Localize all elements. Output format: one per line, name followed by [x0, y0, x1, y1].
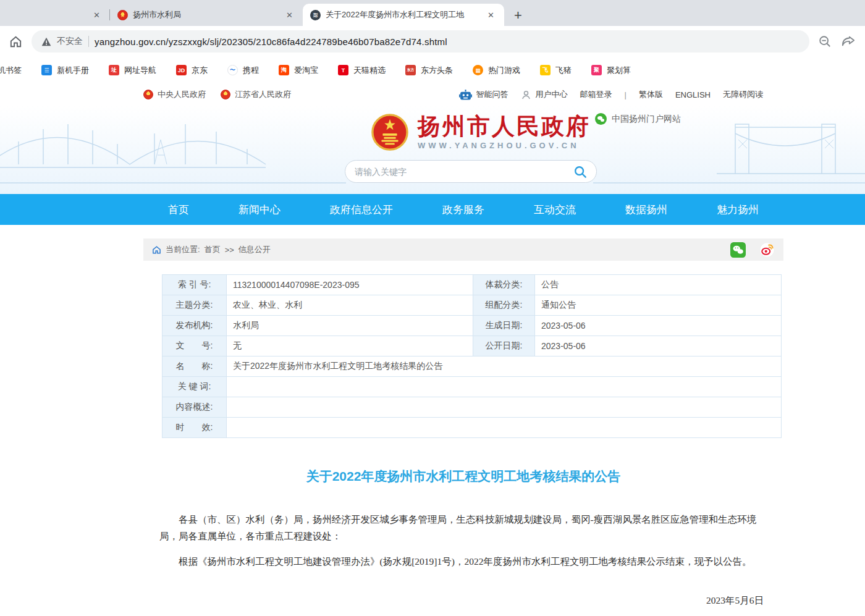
zoom-out-icon[interactable]: [818, 35, 832, 48]
browser-tab-active[interactable]: ≋ 关于2022年度扬州市水利工程文明工地 ✕: [303, 4, 504, 26]
share-weibo-icon[interactable]: [759, 242, 775, 258]
nav-item-0[interactable]: 首页: [168, 203, 189, 217]
meta-value: 水利局: [227, 316, 473, 336]
breadcrumb-home-link[interactable]: 首页: [205, 244, 221, 255]
english-link[interactable]: ENGLISH: [675, 90, 711, 99]
bookmark-item[interactable]: 机书签: [0, 65, 22, 76]
accessibility-link[interactable]: 无障碍阅读: [723, 89, 763, 100]
nav-item-5[interactable]: 数据扬州: [625, 203, 667, 217]
fliggy-icon: 飞: [540, 65, 551, 75]
content-area: 当前位置: 首页 >> 信息公开 索 引 号:11321000014407098…: [143, 238, 783, 616]
juhuasuan-icon: 聚: [591, 65, 602, 75]
user-icon: [521, 90, 531, 100]
table-row: 名 称:关于2022年度扬州市水利工程文明工地考核结果的公告: [162, 357, 782, 377]
meta-value: [227, 397, 782, 418]
search-input[interactable]: [355, 167, 573, 177]
gov-portal-link[interactable]: 江苏省人民政府: [221, 89, 291, 100]
address-divider: [88, 36, 89, 47]
bookmark-label: 网址导航: [124, 65, 156, 76]
address-bar[interactable]: 不安全 yangzhou.gov.cn/yzszxxgk/slj/202305/…: [32, 30, 809, 53]
user-center-label: 用户中心: [536, 89, 568, 100]
bookmark-item[interactable]: 聚聚划算: [591, 65, 631, 76]
breadcrumb-separator: >>: [225, 245, 234, 255]
meta-label: 组配分类:: [473, 295, 535, 316]
nav-item-1[interactable]: 新闻中心: [238, 203, 281, 217]
user-center-link[interactable]: 用户中心: [521, 89, 568, 100]
tab-strip: ✕ ★ 扬州市水利局 ✕ ≋ 关于2022年度扬州市水利工程文明工地 ✕ +: [0, 0, 865, 26]
bookmark-item[interactable]: ▦热门游戏: [473, 65, 520, 76]
search-icon[interactable]: [573, 165, 587, 179]
bookmark-label: 热门游戏: [488, 65, 520, 76]
portal-link[interactable]: 中国扬州门户网站: [595, 113, 681, 125]
browser-tab-2[interactable]: ★ 扬州市水利局 ✕: [110, 4, 303, 26]
tab-title: 扬州市水利局: [133, 9, 279, 20]
bookmark-label: 京东: [192, 65, 208, 76]
nav-site-icon: 址: [109, 65, 119, 75]
table-row: 关 键 词:: [162, 377, 782, 397]
site-title: 扬州市人民政府: [418, 114, 591, 140]
meta-value: 2023-05-06: [535, 316, 782, 336]
url-text[interactable]: yangzhou.gov.cn/yzszxxgk/slj/202305/210c…: [95, 36, 447, 47]
breadcrumb: 当前位置: 首页 >> 信息公开: [143, 238, 783, 261]
mail-login-link[interactable]: 邮箱登录: [580, 89, 612, 100]
article-paragraph-1: 各县（市、区）水利（务）局，扬州经济开发区城乡事务管理局，生态科技新城规划建设局…: [159, 511, 769, 544]
gov-portal-link[interactable]: 中央人民政府: [143, 89, 206, 100]
bookmark-item[interactable]: 飞飞猪: [540, 65, 572, 76]
smart-qa-link[interactable]: 智能问答: [459, 89, 508, 100]
breadcrumb-home-icon[interactable]: [152, 245, 161, 255]
nav-item-4[interactable]: 互动交流: [534, 203, 576, 217]
traditional-link[interactable]: 繁体版: [639, 89, 663, 100]
meta-label: 内容概述:: [162, 397, 227, 418]
nav-item-6[interactable]: 魅力扬州: [717, 203, 759, 217]
tab-close-icon[interactable]: ✕: [485, 9, 497, 21]
bookmark-label: 新机手册: [57, 65, 89, 76]
bookmark-item[interactable]: JD京东: [176, 65, 208, 76]
meta-label: 公开日期:: [473, 336, 535, 357]
bookmark-item[interactable]: T天猫精选: [338, 65, 386, 76]
national-emblem-icon: [143, 90, 153, 99]
main-navigation: 首页新闻中心政府信息公开政务服务互动交流数据扬州魅力扬州: [0, 194, 865, 225]
table-row: 文 号:无公开日期:2023-05-06: [162, 336, 782, 357]
robot-icon: [459, 90, 472, 100]
table-row: 内容概述:: [162, 397, 782, 418]
article-date: 2023年5月6日: [143, 594, 764, 607]
meta-value: 关于2022年度扬州市水利工程文明工地考核结果的公告: [227, 357, 782, 377]
bookmark-item[interactable]: ☰新机手册: [41, 65, 89, 76]
utility-separator: |: [625, 90, 627, 99]
nav-item-3[interactable]: 政务服务: [442, 203, 484, 217]
utility-bar: 中央人民政府江苏省人民政府 智能问答 用户中心 邮箱登录 | 繁体版 ENGLI…: [0, 83, 865, 106]
bookmarks-bar: 机书签☰新机手册址网址导航JD京东〜携程淘爱淘宝T天猫精选东方东方头条▦热门游戏…: [0, 57, 865, 83]
manual-icon: ☰: [41, 65, 52, 75]
browser-tab-1[interactable]: ✕: [0, 4, 110, 26]
share-icon[interactable]: [842, 35, 855, 48]
wechat-icon: [595, 113, 607, 125]
breadcrumb-current[interactable]: 信息公开: [238, 244, 271, 255]
table-row: 时 效:: [162, 418, 782, 438]
home-icon[interactable]: [9, 35, 23, 49]
tab-close-icon[interactable]: ✕: [284, 9, 295, 21]
tab-close-icon[interactable]: ✕: [91, 9, 103, 21]
meta-label: 索 引 号:: [162, 275, 227, 295]
table-row: 索 引 号:11321000014407098E-2023-095体裁分类:公告: [162, 275, 782, 295]
tab-title: 关于2022年度扬州市水利工程文明工地: [326, 9, 480, 20]
bookmark-item[interactable]: 〜携程: [227, 65, 259, 76]
share-wechat-icon[interactable]: [730, 242, 746, 258]
site-favicon: ≋: [310, 10, 321, 20]
meta-label: 关 键 词:: [162, 377, 227, 397]
nav-item-2[interactable]: 政府信息公开: [330, 203, 393, 217]
not-secure-warning-icon[interactable]: [41, 37, 51, 46]
site-brand[interactable]: 扬州市人民政府 WWW.YANGZHOU.GOV.CN: [371, 113, 591, 151]
security-label: 不安全: [57, 36, 83, 47]
meta-label: 主题分类:: [162, 295, 227, 316]
bookmark-item[interactable]: 淘爱淘宝: [279, 65, 318, 76]
bookmark-item[interactable]: 东方东方头条: [405, 65, 453, 76]
search-box: [345, 160, 597, 183]
meta-label: 名 称:: [162, 357, 227, 377]
article-paragraph-2: 根据《扬州市水利工程文明工地建设管理办法》(扬水规[2019]1号)，2022年…: [159, 553, 769, 570]
bookmark-item[interactable]: 址网址导航: [109, 65, 156, 76]
table-row: 发布机构:水利局生成日期:2023-05-06: [162, 316, 782, 336]
jd-icon: JD: [176, 65, 187, 75]
national-emblem-icon: [371, 113, 409, 151]
document-meta-table: 索 引 号:11321000014407098E-2023-095体裁分类:公告…: [162, 274, 782, 438]
new-tab-button[interactable]: +: [514, 9, 522, 22]
